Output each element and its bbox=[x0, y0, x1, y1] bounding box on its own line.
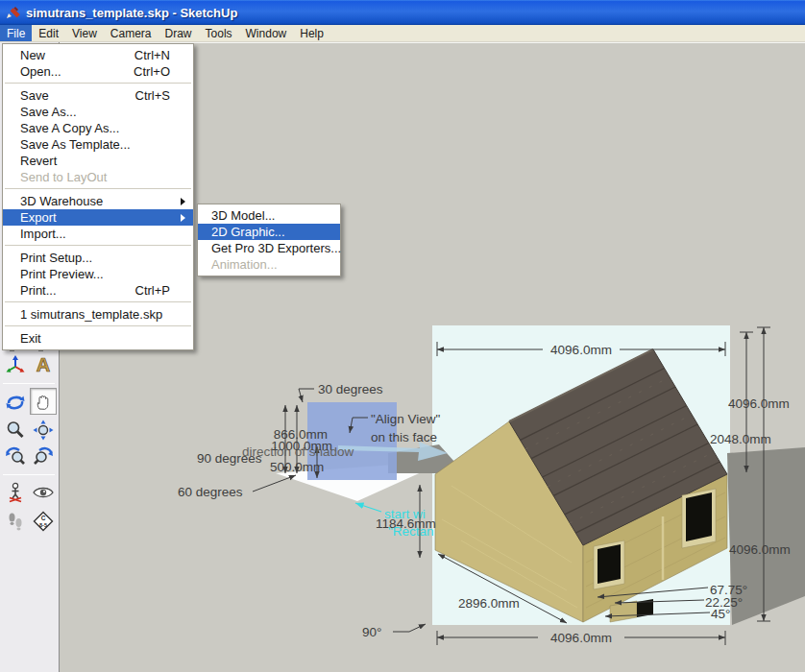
label-align-view: "Align View" bbox=[371, 412, 441, 426]
axes-tool-button[interactable] bbox=[2, 351, 29, 378]
orbit-button[interactable] bbox=[2, 388, 29, 415]
label-500mm: 500.0mm bbox=[270, 460, 324, 474]
menu-camera[interactable]: Camera bbox=[104, 25, 159, 41]
label-angle-45: 45° bbox=[711, 607, 730, 621]
window-glass-right bbox=[686, 492, 712, 541]
sketchup-window: simutrans_template.skp - SketchUp File E… bbox=[0, 0, 805, 672]
menu-item-new[interactable]: NewCtrl+N bbox=[3, 47, 193, 63]
menu-item-save-as-template[interactable]: Save As Template... bbox=[3, 136, 193, 153]
menu-item-save-as[interactable]: Save As... bbox=[3, 104, 193, 120]
menu-item-3d-warehouse[interactable]: 3D Warehouse bbox=[3, 193, 193, 209]
title-bar[interactable]: simutrans_template.skp - SketchUp bbox=[0, 0, 805, 25]
menu-item-2d-graphic[interactable]: 2D Graphic... bbox=[198, 224, 340, 240]
walk-footprints-icon bbox=[4, 510, 27, 533]
menu-item-export[interactable]: Export bbox=[3, 209, 193, 226]
menu-item-open[interactable]: Open...Ctrl+O bbox=[3, 63, 193, 80]
shortcut: Ctrl+O bbox=[134, 63, 170, 80]
pan-hand-icon bbox=[32, 390, 55, 413]
window-title: simutrans_template.skp - SketchUp bbox=[26, 6, 237, 20]
menu-separator bbox=[3, 242, 193, 250]
compass-tool-button[interactable]: C 8-5 bbox=[30, 508, 57, 535]
menu-file[interactable]: File bbox=[0, 25, 32, 41]
zoom-button[interactable] bbox=[2, 417, 29, 444]
zoom-icon bbox=[4, 419, 27, 442]
shortcut: Ctrl+N bbox=[134, 47, 170, 63]
menu-item-save[interactable]: SaveCtrl+S bbox=[3, 87, 193, 104]
menu-item-recent-file[interactable]: 1 simutrans_template.skp bbox=[3, 306, 193, 323]
label-dim-bottom: 4096.0mm bbox=[550, 631, 612, 645]
shortcut: Ctrl+P bbox=[135, 282, 170, 299]
shortcut: Ctrl+S bbox=[135, 87, 170, 104]
orbit-icon bbox=[4, 390, 27, 413]
menu-separator bbox=[3, 323, 193, 330]
label-30-degrees: 30 degrees bbox=[318, 382, 383, 396]
label-dim-right-half: 2048.0mm bbox=[710, 432, 771, 446]
menu-item-print-setup[interactable]: Print Setup... bbox=[3, 250, 193, 266]
menu-item-animation: Animation... bbox=[198, 256, 340, 273]
label-1000mm: 1000.0mm bbox=[271, 439, 332, 453]
zoom-extents-button[interactable] bbox=[30, 417, 57, 444]
menu-separator bbox=[3, 299, 193, 306]
menu-item-get-pro-3d-exporters[interactable]: Get Pro 3D Exporters... bbox=[198, 240, 340, 256]
zoom-previous-icon bbox=[4, 445, 27, 468]
pan-button[interactable] bbox=[30, 388, 57, 415]
label-dim-right-total: 4096.0mm bbox=[728, 396, 790, 411]
menu-item-import[interactable]: Import... bbox=[3, 226, 193, 242]
menu-help[interactable]: Help bbox=[293, 25, 330, 41]
toolbar-separator bbox=[3, 383, 55, 384]
axes-icon bbox=[4, 353, 27, 376]
menu-item-print-preview[interactable]: Print Preview... bbox=[3, 266, 193, 282]
label-dim-right-lower: 4096.0mm bbox=[729, 542, 791, 557]
file-menu: NewCtrl+N Open...Ctrl+O SaveCtrl+S Save … bbox=[2, 43, 194, 350]
label-angle-90: 90° bbox=[362, 625, 381, 639]
label-on-this-face: on this face bbox=[371, 430, 437, 444]
export-submenu: 3D Model... 2D Graphic... Get Pro 3D Exp… bbox=[197, 204, 341, 276]
look-around-button[interactable] bbox=[30, 479, 57, 506]
menu-item-revert[interactable]: Revert bbox=[3, 153, 193, 169]
text-tool-button[interactable]: A bbox=[30, 351, 57, 378]
zoom-previous-button[interactable] bbox=[2, 444, 29, 470]
sketchup-logo-icon bbox=[5, 5, 20, 20]
compass-icon: C 8-5 bbox=[32, 510, 55, 533]
menu-item-send-to-layout: Send to LayOut bbox=[3, 169, 193, 185]
svg-text:C: C bbox=[41, 515, 46, 521]
walk-button[interactable] bbox=[2, 508, 29, 535]
menu-item-print[interactable]: Print...Ctrl+P bbox=[3, 282, 193, 299]
svg-text:A: A bbox=[37, 354, 50, 375]
zoom-next-button[interactable] bbox=[30, 444, 57, 470]
label-60-degrees: 60 degrees bbox=[178, 485, 243, 499]
menu-item-3d-model[interactable]: 3D Model... bbox=[198, 207, 340, 224]
text-3d-icon: A bbox=[32, 353, 55, 376]
label-1184mm: 1184.6mm bbox=[376, 516, 436, 531]
menu-bar: File Edit View Camera Draw Tools Window … bbox=[0, 25, 805, 42]
toolbar-separator bbox=[3, 474, 55, 475]
window-glass-left bbox=[598, 544, 621, 584]
menu-edit[interactable]: Edit bbox=[32, 25, 65, 41]
position-camera-button[interactable] bbox=[2, 479, 29, 506]
menu-tools[interactable]: Tools bbox=[199, 25, 239, 41]
menu-item-save-a-copy-as[interactable]: Save A Copy As... bbox=[3, 120, 193, 136]
menu-separator bbox=[3, 185, 193, 193]
zoom-extents-icon bbox=[32, 419, 55, 442]
menu-view[interactable]: View bbox=[65, 25, 104, 41]
menu-window[interactable]: Window bbox=[239, 25, 294, 41]
menu-item-exit[interactable]: Exit bbox=[3, 330, 193, 347]
label-2896mm: 2896.0mm bbox=[458, 596, 520, 611]
menu-draw[interactable]: Draw bbox=[159, 25, 199, 41]
label-dim-top: 4096.0mm bbox=[550, 343, 612, 357]
zoom-next-icon bbox=[32, 445, 55, 468]
look-around-eye-icon bbox=[32, 481, 55, 504]
menu-separator bbox=[3, 80, 193, 87]
svg-text:8-5: 8-5 bbox=[39, 522, 47, 528]
position-camera-icon bbox=[4, 481, 27, 504]
